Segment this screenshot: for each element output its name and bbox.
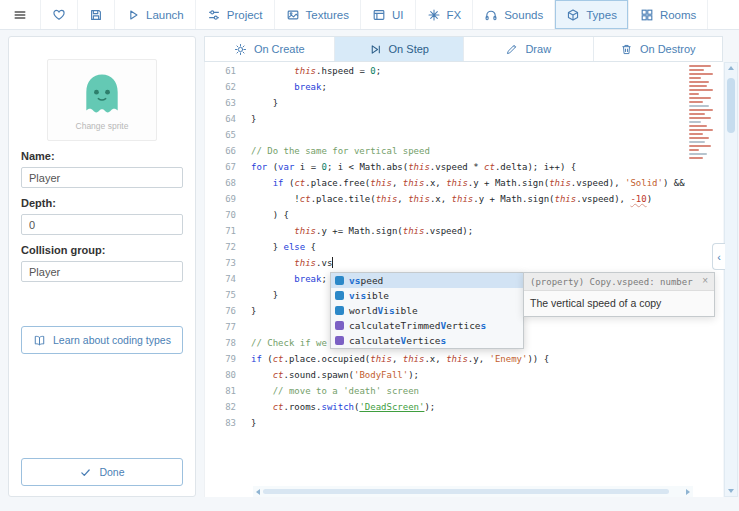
code-text: break; xyxy=(251,79,327,95)
nav-launch[interactable]: Launch xyxy=(115,0,196,29)
code-lines: 61 this.hspeed = 0;62 break;63 }64}6566/… xyxy=(205,63,723,431)
suggestion-item[interactable]: visible xyxy=(331,288,523,303)
minimap-line xyxy=(689,105,709,107)
line-number: 80 xyxy=(205,367,251,383)
scroll-right-arrow-icon[interactable] xyxy=(686,489,690,495)
header-spacer xyxy=(708,0,739,29)
code-text: this.vs xyxy=(251,255,333,271)
code-line[interactable]: 81 // move to a 'death' screen xyxy=(205,383,723,399)
tab-on-step[interactable]: On Step xyxy=(335,37,465,61)
learn-button-label: Learn about coding types xyxy=(53,334,171,346)
line-number: 63 xyxy=(205,95,251,111)
minimap-line xyxy=(689,85,707,87)
code-line[interactable]: 61 this.hspeed = 0; xyxy=(205,63,723,79)
line-number: 74 xyxy=(205,271,251,287)
favorites-button[interactable] xyxy=(41,0,78,29)
scroll-down-arrow-icon[interactable] xyxy=(728,489,734,493)
code-text: !ct.place.tile(this, this.x, this.y + Ma… xyxy=(251,191,652,207)
line-number: 68 xyxy=(205,175,251,191)
suggestion-item[interactable]: vspeed xyxy=(331,273,523,288)
nav-label: UI xyxy=(392,9,404,21)
minimap[interactable] xyxy=(689,65,719,159)
suggestion-item[interactable]: worldVisible xyxy=(331,303,523,318)
line-number: 61 xyxy=(205,63,251,79)
scroll-up-arrow-icon[interactable] xyxy=(728,66,734,70)
tab-on-create[interactable]: On Create xyxy=(205,37,335,61)
code-text: for (var i = 0; i < Math.abs(this.vspeed… xyxy=(251,159,576,175)
code-text: } xyxy=(251,95,278,111)
code-line[interactable]: 71 this.y += Math.sign(this.vspeed); xyxy=(205,223,723,239)
minimap-line xyxy=(689,117,711,119)
nav-project[interactable]: Project xyxy=(196,0,275,29)
chevron-left-icon: ‹ xyxy=(717,251,721,263)
play-icon xyxy=(126,8,140,22)
nav-ui[interactable]: UI xyxy=(361,0,416,29)
depth-label: Depth: xyxy=(21,197,183,209)
minimap-line xyxy=(689,101,703,103)
pencil-icon xyxy=(505,43,518,56)
nav-sounds[interactable]: Sounds xyxy=(473,0,555,29)
nav-rooms[interactable]: Rooms xyxy=(629,0,708,29)
nav-label: Project xyxy=(227,9,263,21)
code-line[interactable]: 65 xyxy=(205,127,723,143)
tab-label: On Create xyxy=(254,43,305,55)
horizontal-scrollbar[interactable] xyxy=(253,486,693,497)
line-number: 71 xyxy=(205,223,251,239)
sprite-ghost-image xyxy=(78,70,126,118)
close-icon[interactable]: × xyxy=(702,277,708,285)
code-line[interactable]: 83} xyxy=(205,415,723,431)
code-line[interactable]: 64} xyxy=(205,111,723,127)
suggestion-signature-row: (property) Copy.vspeed: number × xyxy=(524,273,714,290)
done-button[interactable]: Done xyxy=(21,458,183,486)
learn-about-coding-types-button[interactable]: Learn about coding types xyxy=(21,326,183,354)
suggestion-item[interactable]: calculateVertices xyxy=(331,333,523,348)
change-sprite-button[interactable]: Change sprite xyxy=(47,59,157,141)
collapse-panel-handle[interactable]: ‹ xyxy=(712,243,725,270)
minimap-line xyxy=(689,65,711,67)
code-line[interactable]: 67for (var i = 0; i < Math.abs(this.vspe… xyxy=(205,159,723,175)
method-icon xyxy=(335,336,344,345)
tab-draw[interactable]: Draw xyxy=(464,37,594,61)
minimap-line xyxy=(689,153,707,155)
code-text: ct.sound.spawn('BodyFall'); xyxy=(251,367,419,383)
code-text: this.hspeed = 0; xyxy=(251,63,381,79)
suggestion-list: vspeedvisibleworldVisiblecalculateTrimme… xyxy=(330,272,524,349)
save-button[interactable] xyxy=(78,0,115,29)
vertical-scroll-thumb[interactable] xyxy=(727,78,735,133)
minimap-line xyxy=(689,69,704,71)
code-line[interactable]: 72 } else { xyxy=(205,239,723,255)
nav-textures[interactable]: Textures xyxy=(275,0,361,29)
book-icon xyxy=(33,334,46,347)
horizontal-scroll-thumb[interactable] xyxy=(263,489,669,494)
line-number: 73 xyxy=(205,255,251,271)
minimap-line xyxy=(689,157,703,159)
code-line[interactable]: 82 ct.rooms.switch('DeadScreen'); xyxy=(205,399,723,415)
suggestion-doc-panel: (property) Copy.vspeed: number × The ver… xyxy=(523,272,715,317)
menu-button[interactable] xyxy=(0,0,41,29)
code-text: // Do the same for vertical speed xyxy=(251,143,430,159)
suggestion-item[interactable]: calculateTrimmedVertices xyxy=(331,318,523,333)
code-line[interactable]: 70 ) { xyxy=(205,207,723,223)
code-line[interactable]: 80 ct.sound.spawn('BodyFall'); xyxy=(205,367,723,383)
minimap-line xyxy=(689,141,705,143)
save-icon xyxy=(89,8,103,22)
code-line[interactable]: 62 break; xyxy=(205,79,723,95)
vertical-scrollbar[interactable] xyxy=(724,62,738,497)
code-line[interactable]: 79if (ct.place.occupied(this, this.x, th… xyxy=(205,351,723,367)
autocomplete-widget: vspeedvisibleworldVisiblecalculateTrimme… xyxy=(330,272,715,349)
code-line[interactable]: 66// Do the same for vertical speed xyxy=(205,143,723,159)
depth-input[interactable] xyxy=(21,214,183,235)
scroll-left-arrow-icon[interactable] xyxy=(256,489,260,495)
nav-fx[interactable]: FX xyxy=(416,0,474,29)
tab-on-destroy[interactable]: On Destroy xyxy=(594,37,723,61)
code-line[interactable]: 68 if (ct.place.free(this, this.x, this.… xyxy=(205,175,723,191)
collision-group-input[interactable] xyxy=(21,261,183,282)
minimap-line xyxy=(689,113,705,115)
suggestion-label: vspeed xyxy=(349,275,383,286)
code-line[interactable]: 73 this.vs xyxy=(205,255,723,271)
name-input[interactable] xyxy=(21,167,183,188)
code-line[interactable]: 63 } xyxy=(205,95,723,111)
nav-label: Rooms xyxy=(660,9,696,21)
code-line[interactable]: 69 !ct.place.tile(this, this.x, this.y +… xyxy=(205,191,723,207)
nav-types[interactable]: Types xyxy=(555,0,629,29)
